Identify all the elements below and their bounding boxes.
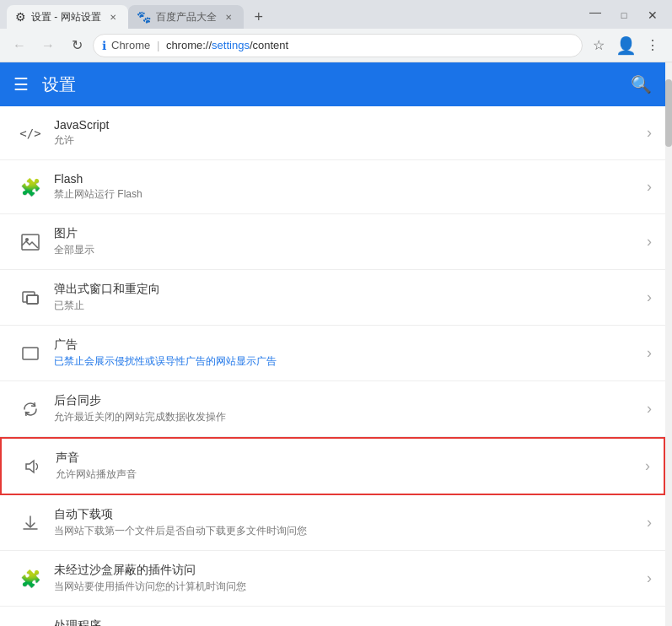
ads-icon [13,345,47,362]
ads-subtitle: 已禁止会展示侵扰性或误导性广告的网站显示广告 [54,354,640,369]
profile-button[interactable]: 👤 [613,33,638,58]
handlers-content: 处理程序 允许网站要求成为协议的默认处理程序 [47,618,647,626]
flash-content: Flash 禁止网站运行 Flash [47,172,647,202]
settings-header: ☰ 设置 🔍 [0,62,665,106]
settings-list: </> JavaScript 允许 › 🧩 Flash 禁止网站运行 Flash… [0,106,665,626]
tab-baidu[interactable]: 🐾 百度产品大全 ✕ [128,5,244,29]
address-path: chrome:// [166,39,212,51]
downloads-arrow: › [647,514,652,532]
title-bar: ⚙ 设置 - 网站设置 ✕ 🐾 百度产品大全 ✕ + — □ ✕ [0,0,672,29]
header-menu-icon[interactable]: ☰ [13,74,29,94]
settings-item-flash[interactable]: 🧩 Flash 禁止网站运行 Flash › [0,160,665,214]
images-arrow: › [647,233,652,251]
back-button[interactable]: ← [7,33,32,58]
sound-icon [15,458,49,475]
popups-content: 弹出式窗口和重定向 已禁止 [47,282,647,313]
downloads-title: 自动下载项 [54,507,640,522]
address-lock-icon: ℹ [102,39,106,52]
reload-button[interactable]: ↻ [64,33,89,58]
javascript-subtitle: 允许 [54,133,640,148]
popups-title: 弹出式窗口和重定向 [54,282,640,297]
bookmark-button[interactable]: ☆ [586,33,611,58]
svg-rect-5 [23,348,38,359]
images-title: 图片 [54,226,640,241]
background-sync-icon [13,400,47,418]
baidu-tab-title: 百度产品大全 [156,10,217,24]
baidu-tab-close[interactable]: ✕ [222,10,235,24]
settings-item-downloads[interactable]: 自动下载项 当网站下载第一个文件后是否自动下载更多文件时询问您 › [0,495,665,551]
unsandboxed-icon: 🧩 [13,569,47,589]
background-sync-content: 后台同步 允许最近关闭的网站完成数据收发操作 [47,393,647,424]
downloads-content: 自动下载项 当网站下载第一个文件后是否自动下载更多文件时询问您 [47,507,647,538]
settings-tab-title: 设置 - 网站设置 [31,10,101,24]
sound-subtitle: 允许网站播放声音 [56,467,638,482]
flash-title: Flash [54,172,640,186]
scrollbar[interactable] [665,62,672,626]
unsandboxed-subtitle: 当网站要使用插件访问您的计算机时询问您 [54,580,640,594]
settings-item-ads[interactable]: 广告 已禁止会展示侵扰性或误导性广告的网站显示广告 › [0,326,665,381]
window-controls: — □ ✕ [583,5,665,29]
ads-content: 广告 已禁止会展示侵扰性或误导性广告的网站显示广告 [47,337,647,369]
unsandboxed-arrow: › [647,569,652,587]
settings-item-images[interactable]: 图片 全部显示 › [0,214,665,270]
svg-marker-6 [26,461,34,472]
sound-arrow: › [645,457,650,475]
ads-arrow: › [647,344,652,362]
background-sync-title: 后台同步 [54,393,640,408]
sound-title: 声音 [56,451,638,466]
settings-item-background-sync[interactable]: 后台同步 允许最近关闭的网站完成数据收发操作 › [0,381,665,437]
forward-button[interactable]: → [35,33,61,58]
flash-icon: 🧩 [13,177,47,197]
minimize-button[interactable]: — [583,5,608,25]
menu-button[interactable]: ⋮ [640,33,665,58]
nav-right-buttons: ☆ 👤 ⋮ [586,33,665,58]
address-chrome-text: Chrome [111,39,150,51]
settings-item-handlers[interactable]: 处理程序 允许网站要求成为协议的默认处理程序 › [0,607,665,626]
sound-content: 声音 允许网站播放声音 [49,451,645,482]
header-title: 设置 [42,73,76,96]
settings-tab-icon: ⚙ [15,10,26,24]
browser-frame: ⚙ 设置 - 网站设置 ✕ 🐾 百度产品大全 ✕ + — □ ✕ ← → ↻ ℹ… [0,0,672,626]
tab-settings[interactable]: ⚙ 设置 - 网站设置 ✕ [7,5,128,29]
images-subtitle: 全部显示 [54,243,640,257]
javascript-title: JavaScript [54,118,640,132]
scrollbar-thumb[interactable] [665,79,672,147]
new-tab-button[interactable]: + [247,5,271,29]
address-path-highlight: settings [212,39,250,51]
settings-tab-close[interactable]: ✕ [106,10,120,24]
address-bar[interactable]: ℹ Chrome | chrome://settings/content [93,34,583,57]
background-sync-arrow: › [647,400,652,418]
images-icon [13,234,47,251]
address-chrome-prefix: Chrome | chrome://settings/content [111,39,288,51]
main-wrapper: ☰ 设置 🔍 </> JavaScript 允许 › 🧩 [0,62,665,626]
javascript-arrow: › [647,124,652,142]
downloads-icon [13,514,47,532]
svg-rect-3 [27,295,38,304]
flash-arrow: › [647,178,652,196]
handlers-title: 处理程序 [54,618,640,626]
images-content: 图片 全部显示 [47,226,647,257]
header-search-icon[interactable]: 🔍 [631,74,652,94]
baidu-tab-icon: 🐾 [137,10,151,24]
settings-area: ☰ 设置 🔍 </> JavaScript 允许 › 🧩 [0,62,672,626]
address-separator: | [157,39,159,51]
settings-item-sound[interactable]: 声音 允许网站播放声音 › [0,437,665,495]
settings-item-popups[interactable]: 弹出式窗口和重定向 已禁止 › [0,270,665,326]
background-sync-subtitle: 允许最近关闭的网站完成数据收发操作 [54,410,640,424]
popups-icon [13,289,47,306]
downloads-subtitle: 当网站下载第一个文件后是否自动下载更多文件时询问您 [54,524,640,538]
maximize-button[interactable]: □ [611,5,637,25]
unsandboxed-content: 未经过沙盒屏蔽的插件访问 当网站要使用插件访问您的计算机时询问您 [47,563,647,594]
settings-item-unsandboxed[interactable]: 🧩 未经过沙盒屏蔽的插件访问 当网站要使用插件访问您的计算机时询问您 › [0,551,665,607]
nav-bar: ← → ↻ ℹ Chrome | chrome://settings/conte… [0,29,672,62]
javascript-icon: </> [13,127,47,140]
flash-subtitle: 禁止网站运行 Flash [54,187,640,202]
unsandboxed-title: 未经过沙盒屏蔽的插件访问 [54,563,640,578]
popups-subtitle: 已禁止 [54,299,640,313]
settings-item-javascript[interactable]: </> JavaScript 允许 › [0,106,665,160]
address-path-rest: /content [250,39,288,51]
javascript-content: JavaScript 允许 [47,118,647,148]
popups-arrow: › [647,289,652,306]
close-button[interactable]: ✕ [640,5,665,25]
ads-title: 广告 [54,337,640,353]
